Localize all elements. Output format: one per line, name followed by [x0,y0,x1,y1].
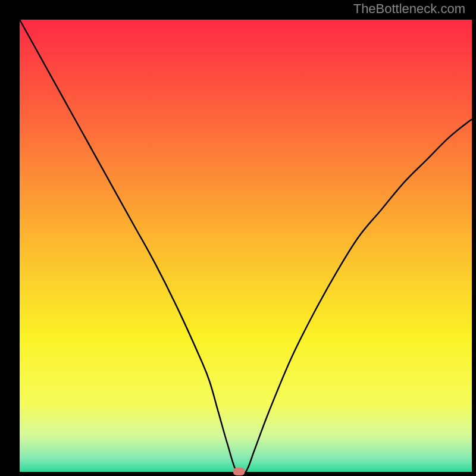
minimum-marker [233,468,245,475]
attribution-text: TheBottleneck.com [353,1,465,17]
bottleneck-chart [0,0,476,476]
plot-background [20,20,472,472]
